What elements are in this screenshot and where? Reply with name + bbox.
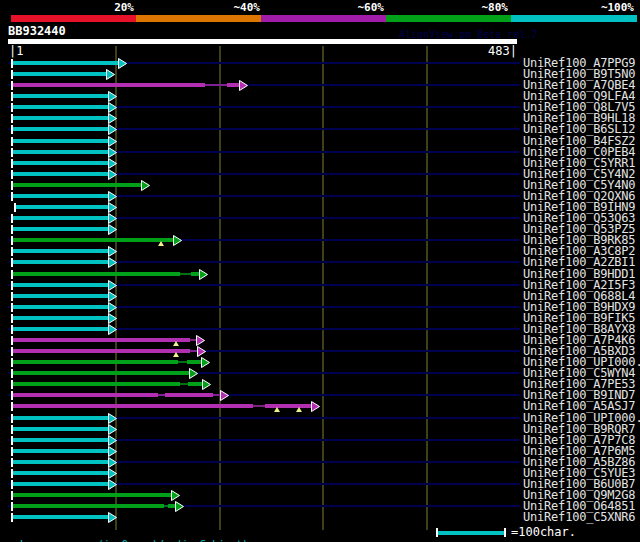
hit-plot-area: UniRef100_A7PPG9UniRef100_B9T5N0UniRef10…	[0, 44, 640, 524]
hit-arrow-segment	[13, 72, 107, 76]
hit-arrow-segment	[13, 260, 109, 264]
hit-arrowhead-icon	[108, 147, 118, 158]
hit-arrowhead-icon	[108, 291, 118, 302]
hit-arrow-segment	[13, 305, 109, 309]
hit-arrow-segment	[13, 438, 109, 442]
hit-arrowhead-icon	[108, 191, 118, 202]
scale-segment-~40%	[136, 15, 261, 22]
gap-marker-icon	[274, 407, 280, 412]
hit-arrow-segment	[13, 127, 109, 131]
hit-arrowhead-icon	[118, 58, 128, 69]
hit-arrow-segment	[13, 316, 109, 320]
hit-arrowhead-icon	[201, 357, 211, 368]
hit-arrow-thin-segment	[253, 405, 265, 407]
hit-arrow-segment	[13, 249, 109, 253]
hit-arrow-segment	[13, 460, 109, 464]
hit-arrow-segment	[13, 471, 109, 475]
hit-arrow-segment	[13, 194, 109, 198]
hit-arrowhead-icon	[199, 269, 209, 280]
hit-arrow-segment	[16, 205, 109, 209]
hit-arrowhead-icon	[108, 169, 118, 180]
hit-arrowhead-icon	[108, 479, 118, 490]
hit-arrow-segment	[13, 116, 109, 120]
hit-arrow-thin-segment	[205, 84, 227, 86]
legend-large-gaps: Large gaps: ▲(in Query)/- (in Subject)	[8, 527, 248, 542]
scale-label: ~40%	[234, 2, 261, 14]
hit-arrow-segment	[13, 227, 109, 231]
legend-scale-sample: =100char.	[430, 525, 640, 541]
hit-arrowhead-icon	[108, 224, 118, 235]
hit-arrow-segment	[13, 61, 119, 65]
scale-label: 20%	[114, 2, 134, 14]
hit-arrowhead-icon	[106, 69, 116, 80]
hit-arrowhead-icon	[108, 302, 118, 313]
hit-arrow-thin-segment	[180, 273, 191, 275]
legend-scale-label: =100char.	[511, 526, 576, 539]
legend-sample-end-tick	[504, 528, 506, 537]
hit-arrow-segment	[13, 283, 109, 287]
hit-arrow-segment	[13, 150, 109, 154]
hit-arrowhead-icon	[173, 235, 183, 246]
hit-arrowhead-icon	[311, 401, 321, 412]
hit-arrow-segment	[13, 360, 178, 364]
hit-arrowhead-icon	[108, 158, 118, 169]
hit-arrowhead-icon	[108, 246, 118, 257]
hit-arrowhead-icon	[108, 124, 118, 135]
scale-segment-20%	[11, 15, 136, 22]
hit-arrowhead-icon	[196, 335, 206, 346]
hit-arrow-segment	[13, 238, 174, 242]
hit-arrowhead-icon	[108, 202, 118, 213]
hit-arrowhead-icon	[108, 512, 118, 523]
hit-arrow-segment	[13, 272, 180, 276]
scale-segment-~60%	[261, 15, 386, 22]
hit-arrow-segment	[13, 449, 109, 453]
hit-row[interactable]: UniRef100_C5XNR6	[0, 512, 640, 523]
hit-arrow-segment	[227, 83, 239, 87]
hit-arrowhead-icon	[108, 435, 118, 446]
hit-arrow-segment	[13, 139, 109, 143]
hit-arrowhead-icon	[108, 324, 118, 335]
scale-segment-~100%	[511, 15, 637, 22]
hit-label[interactable]: UniRef100_C5XNR6	[523, 511, 635, 524]
hit-arrow-segment	[13, 83, 205, 87]
hit-arrow-segment	[13, 427, 109, 431]
hit-arrow-segment	[13, 504, 164, 508]
hit-arrow-segment	[265, 404, 311, 408]
hit-arrowhead-icon	[108, 91, 118, 102]
hit-arrow-segment	[13, 515, 109, 519]
hit-arrowhead-icon	[108, 413, 118, 424]
hit-arrowhead-icon	[197, 346, 207, 357]
gap-marker-icon	[296, 407, 302, 412]
hit-arrowhead-icon	[141, 180, 151, 191]
hit-arrow-segment	[13, 94, 109, 98]
hit-arrow-segment	[13, 161, 109, 165]
alignview-screen: { "header": { "query_id": "BB932440", "w…	[0, 0, 640, 542]
hit-arrowhead-icon	[108, 313, 118, 324]
legend-sample-bar	[438, 531, 504, 535]
hit-arrow-segment	[13, 183, 142, 187]
hit-arrow-thin-segment	[180, 383, 188, 385]
hit-arrowhead-icon	[175, 501, 185, 512]
hit-arrow-segment	[13, 105, 109, 109]
hit-arrow-segment	[187, 360, 202, 364]
hit-arrowhead-icon	[202, 379, 212, 390]
hit-arrowhead-icon	[108, 257, 118, 268]
hit-arrow-segment	[13, 327, 109, 331]
hit-arrow-segment	[13, 382, 180, 386]
hit-arrow-segment	[13, 216, 109, 220]
hit-arrow-segment	[13, 493, 172, 497]
scale-label: ~100%	[601, 2, 634, 14]
hit-arrowhead-icon	[108, 468, 118, 479]
hit-arrowhead-icon	[108, 457, 118, 468]
hit-arrow-segment	[13, 393, 158, 397]
hit-arrowhead-icon	[108, 136, 118, 147]
hit-arrowhead-icon	[108, 280, 118, 291]
hit-arrow-segment	[13, 416, 109, 420]
hit-arrowhead-icon	[108, 424, 118, 435]
hit-arrow-thin-segment	[178, 361, 187, 363]
hit-arrowhead-icon	[108, 113, 118, 124]
hit-arrow-segment	[13, 172, 109, 176]
scale-label: ~60%	[358, 2, 385, 14]
hit-arrowhead-icon	[108, 102, 118, 113]
hit-arrow-thin-segment	[164, 505, 168, 507]
